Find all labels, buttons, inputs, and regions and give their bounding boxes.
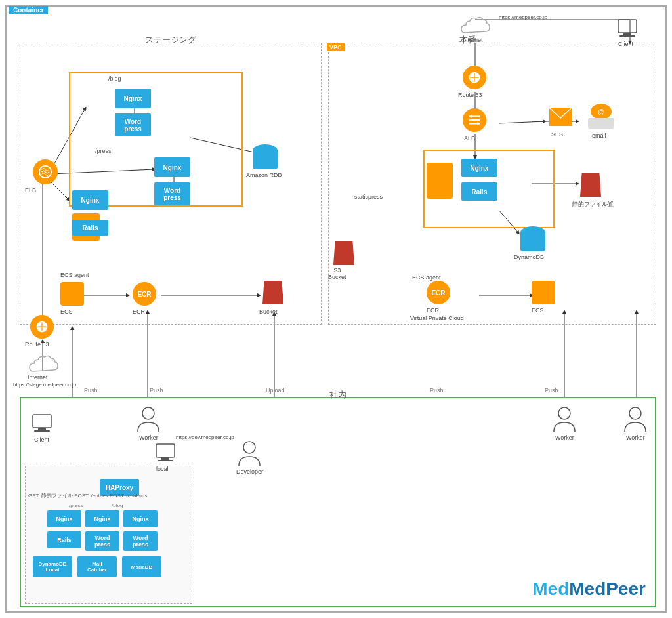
url-staging: https://stage.medpeer.co.jp — [13, 382, 76, 388]
nginx-local-1: Nginx — [47, 510, 81, 527]
internet-staging-label: Internet — [28, 374, 48, 381]
elb-staging-icon — [33, 159, 58, 184]
email-icon: @ — [588, 104, 614, 130]
main-container: Container — [5, 5, 667, 613]
push-label-2: Push — [150, 387, 163, 394]
svg-text:@: @ — [598, 108, 604, 115]
dynamodb-honban — [520, 226, 545, 251]
blog-path-label: /blog — [108, 75, 121, 82]
wordpress-blog-staging: Wordpress — [115, 113, 151, 136]
client-honban-computer — [616, 18, 639, 41]
worker1-label: Worker — [139, 434, 158, 441]
worker1-icon — [135, 405, 161, 434]
dynamodb-local: DynamoDBLocal — [33, 556, 72, 577]
svg-point-39 — [243, 442, 255, 453]
rails-honban: Rails — [461, 182, 497, 201]
ses-icon — [548, 105, 573, 130]
route53-staging — [30, 315, 54, 339]
bucket-staging-label: Bucket — [259, 308, 278, 315]
internet-staging-cloud — [26, 353, 59, 375]
dev-url: https://dev.medpeer.co.jp — [176, 434, 234, 440]
ecs-staging — [60, 282, 84, 306]
s3-bucket-honban-label: S3Bucket — [328, 267, 346, 280]
ecs-agent-honban-label: ECS agent — [412, 274, 441, 281]
shanai-label: 社内 — [329, 389, 346, 401]
svg-rect-33 — [33, 415, 51, 428]
ecs-agent-staging-label: ECS agent — [60, 272, 89, 278]
nginx-local-3: Nginx — [123, 510, 158, 527]
mail-catcher: MailCatcher — [77, 556, 117, 577]
nginx-press-staging: Nginx — [154, 157, 190, 177]
push-label-1: Push — [84, 387, 98, 394]
upload-label: Upload — [266, 387, 285, 394]
push-label-3: Push — [430, 387, 444, 394]
client-honban-label: Client — [618, 41, 633, 47]
ecs-honban-label: ECS — [532, 307, 544, 314]
ecr-honban: ECR — [427, 281, 450, 304]
push-label-4: Push — [545, 387, 558, 394]
nginx-local-2: Nginx — [85, 510, 119, 527]
get-post-label: GET: 静的ファイル POST: /entries POST: /contac… — [28, 492, 147, 499]
https-honban-label: https://medpeer.co.jp — [499, 14, 547, 20]
svg-rect-27 — [623, 33, 631, 35]
wordpress-press-staging: Wordpress — [154, 182, 190, 205]
svg-point-37 — [558, 407, 570, 419]
route53-honban — [463, 66, 486, 89]
svg-rect-32 — [588, 118, 614, 129]
svg-rect-26 — [618, 20, 637, 33]
vpc-label: VPC — [327, 43, 345, 51]
email-label: email — [592, 133, 606, 139]
ecr-honban-label: ECR — [427, 307, 439, 314]
nginx-blog-staging: Nginx — [115, 89, 151, 108]
vpc-label-honban: Virtual Private Cloud — [410, 315, 464, 321]
client-staging-label: Client — [34, 436, 49, 443]
client-staging-computer — [30, 413, 54, 436]
svg-point-36 — [142, 407, 154, 419]
internet-honban-label: Internet — [463, 37, 483, 43]
amazon-rdb-label: Amazon RDB — [246, 172, 282, 178]
nginx-rails-staging: Nginx — [72, 190, 108, 210]
worker2-label: Worker — [555, 434, 574, 441]
svg-point-38 — [629, 407, 641, 419]
staticpress-label: staticpress — [354, 194, 383, 200]
amazon-rdb-icon — [253, 144, 278, 169]
ses-label: SES — [551, 131, 563, 138]
staging-label: ステージング — [145, 34, 196, 46]
rails-staging: Rails — [72, 220, 108, 236]
svg-rect-35 — [34, 430, 50, 432]
developer-label: Developer — [236, 468, 263, 475]
worker3-icon — [622, 405, 648, 434]
dynamodb-honban-label: DynamoDB — [514, 254, 544, 260]
bucket-staging — [262, 281, 284, 304]
rails-local: Rails — [47, 531, 81, 548]
container-label: Container — [9, 6, 48, 14]
svg-rect-41 — [161, 457, 169, 460]
press-path-label: /press — [95, 148, 112, 154]
svg-rect-42 — [158, 460, 173, 461]
worker2-icon — [551, 405, 578, 434]
mariadb: MariaDB — [122, 556, 161, 577]
svg-rect-28 — [620, 35, 635, 37]
internet-honban-cloud — [458, 14, 491, 37]
static-files-bucket — [580, 173, 601, 197]
ecs-staging-label: ECS — [60, 308, 73, 315]
nginx-honban: Nginx — [461, 159, 497, 177]
alb-icon — [463, 108, 486, 132]
developer-icon — [236, 440, 262, 468]
route53-honban-label: Route 53 — [458, 92, 482, 98]
route53-staging-label: Route 53 — [25, 341, 49, 348]
elb-staging-label: ELB — [25, 187, 36, 194]
s3-bucket-honban — [333, 241, 354, 265]
local-computer — [154, 443, 177, 465]
local-label: local — [156, 466, 169, 472]
static-files-label: 静的ファイル置 — [572, 200, 614, 209]
blog-label-local: /blog — [112, 503, 123, 508]
press-label-local: /press — [69, 503, 83, 508]
ecs-honban — [532, 281, 555, 304]
ecs-stack-honban — [427, 163, 453, 199]
alb-label: ALB — [464, 135, 475, 142]
ecr-staging-label: ECR — [133, 308, 145, 315]
wordpress-local-1: Wordpress — [85, 531, 119, 551]
wordpress-local-2: Wordpress — [123, 531, 158, 551]
svg-rect-40 — [156, 444, 175, 457]
